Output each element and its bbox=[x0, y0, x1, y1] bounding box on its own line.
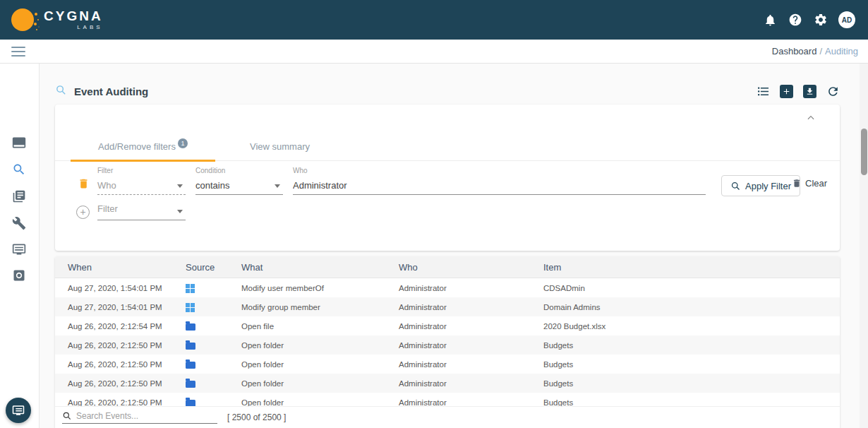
table-row[interactable]: Aug 26, 2020, 2:12:50 PM Open folder Adm… bbox=[55, 393, 840, 406]
table-footer: [ 2500 of 2500 ] bbox=[55, 406, 840, 428]
chevron-down-icon bbox=[177, 184, 183, 188]
events-table: When Source What Who Item Aug 27, 2020, … bbox=[55, 256, 840, 428]
sidebar-item-reports[interactable] bbox=[12, 189, 28, 205]
search-events-input[interactable] bbox=[76, 411, 217, 421]
table-row[interactable]: Aug 27, 2020, 1:54:01 PM Modify group me… bbox=[55, 297, 840, 316]
event-auditing-icon bbox=[55, 84, 67, 99]
table-body: Aug 27, 2020, 1:54:01 PM Modify user mem… bbox=[55, 278, 840, 406]
brand-sub: LABS bbox=[44, 25, 103, 30]
filter-tabs: Add/Remove filters 1 View summary bbox=[55, 137, 840, 161]
apply-filter-button[interactable]: Apply Filter bbox=[721, 175, 800, 196]
tab-add-remove-filters[interactable]: Add/Remove filters 1 bbox=[71, 137, 215, 161]
scrollbar-thumb[interactable] bbox=[861, 129, 867, 175]
breadcrumb: Dashboard/Auditing bbox=[772, 46, 858, 57]
search-icon bbox=[62, 411, 72, 421]
chevron-down-icon bbox=[275, 184, 280, 188]
source-folder-icon bbox=[186, 343, 195, 350]
page-title: Event Auditing bbox=[74, 85, 148, 97]
chevron-down-icon bbox=[177, 210, 183, 213]
col-who[interactable]: Who bbox=[399, 262, 543, 273]
sidebar-item-console[interactable] bbox=[12, 242, 28, 258]
table-row[interactable]: Aug 26, 2020, 2:12:50 PM Open folder Adm… bbox=[55, 355, 840, 374]
tab-view-summary[interactable]: View summary bbox=[215, 137, 344, 161]
source-windows-icon bbox=[186, 303, 190, 307]
menu-toggle-icon[interactable] bbox=[11, 44, 25, 59]
clear-button[interactable]: Clear bbox=[792, 178, 827, 189]
add-filter-icon[interactable]: + bbox=[76, 206, 90, 219]
search-icon bbox=[730, 181, 741, 191]
col-what[interactable]: What bbox=[241, 262, 399, 273]
source-folder-icon bbox=[186, 323, 195, 331]
sidebar-item-search[interactable] bbox=[12, 162, 28, 178]
refresh-icon[interactable] bbox=[826, 85, 840, 98]
settings-icon[interactable] bbox=[813, 12, 828, 28]
collapse-panel-icon[interactable] bbox=[806, 113, 817, 124]
export-icon[interactable] bbox=[803, 85, 816, 98]
col-source[interactable]: Source bbox=[186, 262, 241, 273]
filter-panel: Add/Remove filters 1 View summary Filter… bbox=[55, 105, 840, 251]
sidebar-item-tools[interactable] bbox=[12, 216, 28, 232]
breadcrumb-dashboard[interactable]: Dashboard bbox=[772, 46, 817, 57]
cygna-logo-icon bbox=[11, 8, 34, 31]
trash-icon bbox=[792, 178, 802, 189]
table-header: When Source What Who Item bbox=[55, 256, 840, 278]
who-input[interactable] bbox=[293, 180, 706, 191]
sidebar bbox=[0, 64, 40, 428]
new-filter-select[interactable]: Filter bbox=[97, 203, 186, 220]
sidebar-item-deploy[interactable] bbox=[12, 268, 28, 284]
active-tab-indicator bbox=[71, 160, 215, 162]
page-scrollbar[interactable] bbox=[860, 64, 868, 428]
table-row[interactable]: Aug 26, 2020, 2:12:50 PM Open folder Adm… bbox=[55, 335, 840, 355]
col-item[interactable]: Item bbox=[543, 262, 840, 273]
source-folder-icon bbox=[186, 400, 195, 407]
user-avatar[interactable]: AD bbox=[838, 11, 855, 28]
condition-select[interactable]: Condition contains bbox=[195, 167, 283, 195]
breadcrumb-auditing[interactable]: Auditing bbox=[825, 46, 858, 57]
add-icon[interactable] bbox=[780, 85, 793, 98]
subheader: Dashboard/Auditing bbox=[0, 40, 868, 64]
notifications-icon[interactable] bbox=[762, 12, 778, 28]
brand-name: CYGNA bbox=[44, 9, 103, 23]
event-count: [ 2500 of 2500 ] bbox=[227, 412, 286, 422]
help-icon[interactable] bbox=[788, 12, 803, 28]
news-widget-button[interactable] bbox=[6, 398, 31, 423]
source-folder-icon bbox=[186, 381, 195, 388]
table-row[interactable]: Aug 27, 2020, 1:54:01 PM Modify user mem… bbox=[55, 278, 840, 297]
app-header: CYGNA LABS AD bbox=[0, 0, 868, 40]
col-when[interactable]: When bbox=[68, 262, 186, 273]
console-icon bbox=[12, 404, 25, 417]
who-value-field[interactable]: Who bbox=[293, 167, 706, 195]
brand-logo[interactable]: CYGNA LABS bbox=[11, 8, 103, 31]
remove-filter-icon[interactable] bbox=[78, 177, 90, 191]
table-row[interactable]: Aug 26, 2020, 2:12:54 PM Open file Admin… bbox=[55, 316, 840, 335]
filter-count-badge: 1 bbox=[178, 138, 188, 148]
filter-type-select[interactable]: Filter Who bbox=[97, 167, 186, 195]
table-row[interactable]: Aug 26, 2020, 2:12:50 PM Open folder Adm… bbox=[55, 374, 840, 393]
list-view-icon[interactable] bbox=[757, 85, 770, 98]
sidebar-item-dashboard[interactable] bbox=[12, 136, 28, 151]
source-folder-icon bbox=[186, 362, 195, 369]
search-events-field[interactable] bbox=[62, 411, 217, 424]
source-windows-icon bbox=[186, 284, 190, 288]
